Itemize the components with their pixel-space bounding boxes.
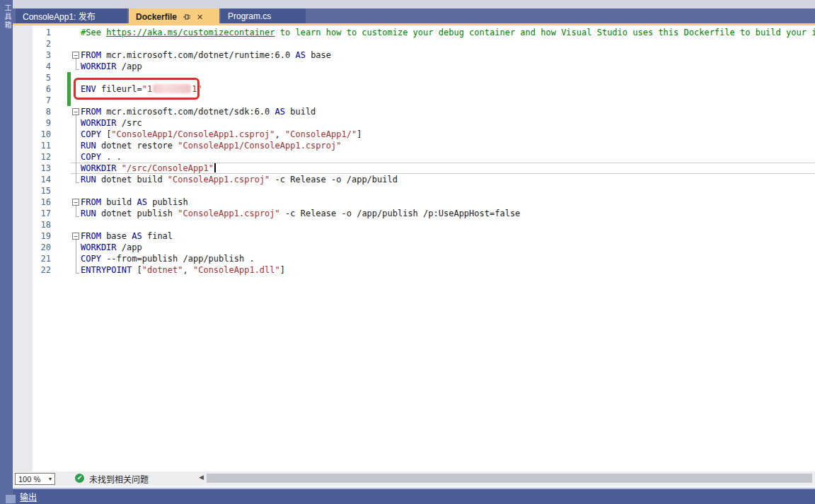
code-segment-p: base <box>101 231 132 241</box>
line-number: 16 <box>33 197 51 208</box>
line-number: 5 <box>33 72 51 83</box>
visual-studio-window: 工具箱 ConsoleApp1: 发布 Dockerfile ✕ Program… <box>0 0 815 504</box>
code-lines: 1#See https://aka.ms/customizecontainer … <box>13 27 815 276</box>
fold-collapse-icon[interactable]: − <box>72 108 79 115</box>
code-line-9[interactable]: 9WORKDIR /src <box>13 117 815 129</box>
code-editor[interactable]: 1#See https://aka.ms/customizecontainer … <box>13 25 815 471</box>
code-segment-p: dotnet publish <box>96 209 178 218</box>
code-segment-lnk: https://aka.ms/customizecontainer <box>106 28 274 37</box>
code-segment-p: base <box>306 50 331 60</box>
document-tab-bar: ConsoleApp1: 发布 Dockerfile ✕ Program.cs <box>13 8 815 25</box>
chevron-down-icon: ▾ <box>49 476 52 482</box>
code-line-16[interactable]: 16−FROM build AS publish <box>13 197 815 208</box>
text-caret <box>214 163 216 172</box>
code-line-2[interactable]: 2 <box>13 38 815 49</box>
code-segment-k: FROM <box>81 231 101 241</box>
code-text: FROM base AS final <box>81 230 173 242</box>
code-line-15[interactable]: 15 <box>13 185 815 197</box>
code-segment-k: AS <box>275 107 285 117</box>
line-number: 17 <box>33 208 51 219</box>
code-segment-k: RUN <box>81 175 96 184</box>
line-number: 18 <box>33 219 51 230</box>
editor-status-row: 100 % ▾ ✔ 未找到相关问题 ◀ <box>13 471 815 486</box>
toolbox-vertical-tab[interactable]: 工具箱 <box>2 4 13 30</box>
line-number: 15 <box>33 185 51 197</box>
horizontal-scrollbar-thumb[interactable] <box>207 474 812 483</box>
fold-collapse-icon[interactable]: − <box>72 233 79 240</box>
line-number: 3 <box>33 49 51 61</box>
fold-guide-line <box>76 59 79 70</box>
code-line-20[interactable]: 20WORKDIR /app <box>13 242 815 253</box>
line-number: 21 <box>33 253 51 264</box>
output-panel-title[interactable]: 输出 <box>20 491 37 503</box>
code-line-6[interactable]: 6ENV fileurl="11" <box>13 83 815 95</box>
code-line-19[interactable]: 19−FROM base AS final <box>13 230 815 242</box>
code-text: COPY ["ConsoleApp1/ConsoleApp1.csproj", … <box>81 129 362 140</box>
code-segment-p: --from=publish /app/publish . <box>101 254 255 264</box>
output-panel: 输出 <box>13 486 815 504</box>
code-text: COPY . . <box>81 151 122 163</box>
code-text: WORKDIR /src <box>81 117 142 129</box>
code-line-4[interactable]: 4WORKDIR /app <box>13 61 815 72</box>
code-line-17[interactable]: 17RUN dotnet publish "ConsoleApp1.csproj… <box>13 208 815 219</box>
tab-program-cs[interactable]: Program.cs <box>221 8 306 23</box>
code-segment-k: COPY <box>81 254 101 264</box>
tab-label: Program.cs <box>228 11 271 21</box>
code-segment-p: build <box>285 107 316 117</box>
code-line-10[interactable]: 10COPY ["ConsoleApp1/ConsoleApp1.csproj"… <box>13 129 815 140</box>
scroll-left-arrow-icon[interactable]: ◀ <box>199 474 204 481</box>
code-segment-c: to learn how to customize your debug con… <box>275 28 815 37</box>
code-segment-p: publish <box>147 197 188 207</box>
code-line-8[interactable]: 8−FROM mcr.microsoft.com/dotnet/sdk:6.0 … <box>13 106 815 117</box>
code-segment-p: /app <box>117 61 142 71</box>
fold-collapse-icon[interactable]: − <box>72 199 79 206</box>
code-segment-k: WORKDIR <box>81 118 117 128</box>
code-segment-k: AS <box>137 197 146 207</box>
code-segment-p: /app <box>117 242 142 252</box>
pin-icon[interactable] <box>183 13 191 21</box>
line-number: 8 <box>33 106 51 117</box>
line-number: 7 <box>33 95 51 106</box>
code-segment-p: mcr.microsoft.com/dotnet/runtime:6.0 <box>101 50 296 60</box>
line-number: 20 <box>33 242 51 253</box>
line-number: 11 <box>33 140 51 151</box>
code-segment-s: "ConsoleApp1.csproj" <box>168 175 270 184</box>
code-text: RUN dotnet publish "ConsoleApp1.csproj" … <box>81 208 520 219</box>
line-number: 10 <box>33 129 51 140</box>
code-text: WORKDIR /app <box>81 61 142 72</box>
code-line-11[interactable]: 11RUN dotnet restore "ConsoleApp1/Consol… <box>13 140 815 151</box>
code-line-18[interactable]: 18 <box>13 219 815 230</box>
code-text: RUN dotnet build "ConsoleApp1.csproj" -c… <box>81 174 398 185</box>
code-segment-p: build <box>101 197 137 207</box>
code-segment-p: final <box>142 231 173 241</box>
tab-dockerfile[interactable]: Dockerfile ✕ <box>129 8 219 25</box>
code-line-1[interactable]: 1#See https://aka.ms/customizecontainer … <box>13 27 815 38</box>
code-text: FROM mcr.microsoft.com/dotnet/runtime:6.… <box>81 49 331 61</box>
code-segment-s: "ConsoleApp1.csproj" <box>178 209 280 218</box>
code-line-21[interactable]: 21COPY --from=publish /app/publish . <box>13 253 815 264</box>
code-line-3[interactable]: 3−FROM mcr.microsoft.com/dotnet/runtime:… <box>13 49 815 61</box>
code-line-14[interactable]: 14RUN dotnet build "ConsoleApp1.csproj" … <box>13 174 815 185</box>
code-segment-k: COPY <box>81 152 101 162</box>
tab-consoleapp1-publish[interactable]: ConsoleApp1: 发布 <box>16 8 127 23</box>
code-segment-p: mcr.microsoft.com/dotnet/sdk:6.0 <box>101 107 275 117</box>
code-segment-p: -c Release -o /app/publish /p:UseAppHost… <box>280 209 521 218</box>
code-line-22[interactable]: 22ENTRYPOINT ["dotnet", "ConsoleApp1.dll… <box>13 264 815 276</box>
code-segment-k: WORKDIR <box>81 61 117 71</box>
code-segment-s: "ConsoleApp1/ConsoleApp1.csproj" <box>178 141 341 151</box>
code-segment-k: FROM <box>81 107 101 117</box>
code-segment-p: /src <box>117 118 142 128</box>
code-line-12[interactable]: 12COPY . . <box>13 151 815 163</box>
code-segment-k: FROM <box>81 50 101 60</box>
code-line-13[interactable]: 13WORKDIR "/src/ConsoleApp1" <box>13 163 815 174</box>
red-annotation-box <box>74 78 200 100</box>
line-number: 1 <box>33 27 51 38</box>
line-number: 13 <box>33 163 51 174</box>
code-text: WORKDIR /app <box>81 242 142 253</box>
check-icon: ✔ <box>75 474 84 483</box>
fold-collapse-icon[interactable]: − <box>72 52 79 59</box>
close-icon[interactable]: ✕ <box>197 13 203 22</box>
zoom-level-dropdown[interactable]: 100 % ▾ <box>15 473 55 485</box>
health-status-message: 未找到相关问题 <box>89 473 149 485</box>
line-number: 2 <box>33 38 51 49</box>
